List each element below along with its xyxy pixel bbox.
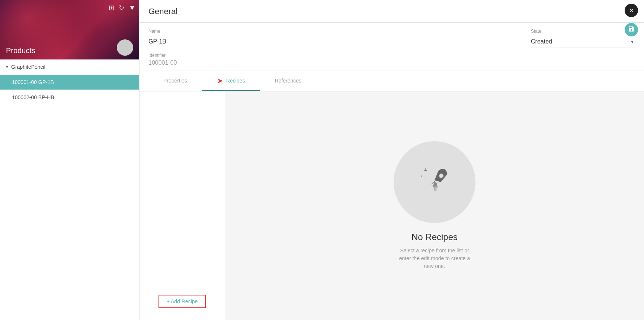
identifier-value: 100001-00 (148, 59, 635, 66)
chevron-down-icon: ▾ (6, 64, 8, 70)
sidebar: ⊞ ↻ ▼ Products ▾ GraphitePencil 100001-0… (0, 0, 140, 320)
tab-recipes-label: Recipes (226, 78, 245, 84)
state-label: State (531, 29, 635, 34)
save-icon (628, 26, 635, 34)
sidebar-item-100001[interactable]: 100001-00 GP-1B (0, 75, 139, 90)
add-recipe-label: + Add Recipe (167, 298, 198, 304)
name-field-group: Name (148, 29, 523, 48)
tab-references-label: References (275, 78, 301, 84)
state-select-wrapper: Created In Progress Released Obsolete ▾ (531, 35, 635, 48)
filter-icon[interactable]: ▼ (129, 4, 135, 12)
add-recipe-button[interactable]: + Add Recipe (158, 295, 206, 308)
name-input[interactable] (148, 35, 523, 48)
sidebar-header: ⊞ ↻ ▼ Products (0, 0, 139, 59)
identifier-label: Identifier (148, 53, 635, 58)
save-button[interactable] (625, 23, 638, 36)
sidebar-item-100002[interactable]: 100002-00 BP-HB (0, 90, 139, 105)
hierarchy-icon[interactable]: ⊞ (109, 4, 114, 12)
refresh-icon[interactable]: ↻ (119, 4, 124, 12)
main-content: General Name State Created In Progress R… (140, 0, 644, 320)
top-right-actions: ✕ (625, 4, 638, 36)
identifier-row: Identifier 100001-00 (140, 48, 644, 71)
sidebar-item-label: 100002-00 BP-HB (12, 94, 54, 100)
state-field-group: State Created In Progress Released Obsol… (531, 29, 635, 48)
recipe-detail-panel: No Recipes Select a recipe from the list… (225, 91, 644, 320)
tab-properties-label: Properties (163, 78, 187, 84)
no-recipes-description: Select a recipe from the list or enter t… (394, 247, 475, 270)
main-header: General (140, 0, 644, 23)
state-select[interactable]: Created In Progress Released Obsolete (531, 35, 635, 48)
sidebar-toolbar: ⊞ ↻ ▼ (109, 4, 135, 12)
right-arrow-icon: ➤ (217, 76, 223, 85)
tab-properties[interactable]: Properties (148, 71, 202, 91)
svg-point-0 (439, 174, 443, 178)
tab-references[interactable]: References (260, 71, 316, 91)
no-recipes-illustration (394, 141, 475, 223)
name-label: Name (148, 29, 523, 34)
recipe-list-panel: + Add Recipe (140, 91, 225, 320)
no-recipes-title: No Recipes (411, 232, 458, 242)
sidebar-group-graphitepencil[interactable]: ▾ GraphitePencil (0, 59, 139, 75)
content-area: + Add Recipe (140, 91, 644, 320)
page-title: General (148, 7, 635, 16)
tab-recipes[interactable]: ➤ Recipes (202, 71, 260, 91)
avatar (117, 39, 133, 56)
rocket-icon (414, 162, 455, 203)
close-button[interactable]: ✕ (625, 4, 638, 17)
recipe-list-empty (140, 91, 225, 289)
sidebar-title: Products (6, 46, 35, 55)
fields-row: Name State Created In Progress Released … (140, 29, 644, 48)
close-icon: ✕ (629, 7, 634, 14)
sidebar-item-label: 100001-00 GP-1B (12, 79, 54, 85)
sidebar-nav: ▾ GraphitePencil 100001-00 GP-1B 100002-… (0, 59, 139, 320)
tabs-bar: Properties ➤ Recipes References (140, 71, 644, 91)
sidebar-group-label: GraphitePencil (11, 64, 45, 70)
